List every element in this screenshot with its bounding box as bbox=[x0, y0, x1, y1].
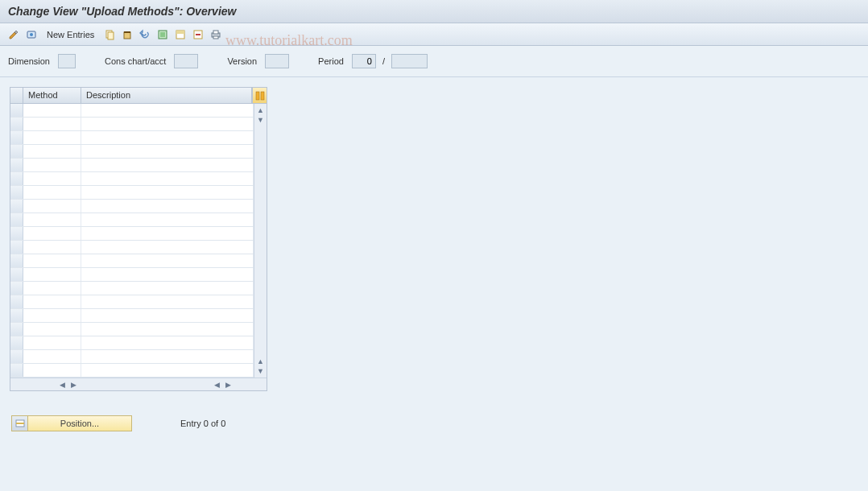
cell-description[interactable] bbox=[81, 336, 254, 349]
cons-chart-input[interactable] bbox=[174, 54, 198, 68]
table-row bbox=[10, 268, 254, 282]
cell-description[interactable] bbox=[81, 213, 254, 226]
undo-icon[interactable] bbox=[138, 27, 152, 42]
table-row bbox=[10, 227, 254, 241]
dimension-input[interactable] bbox=[58, 54, 76, 68]
row-header[interactable] bbox=[10, 350, 23, 363]
column-header-description[interactable]: Description bbox=[81, 88, 252, 103]
scroll-left-icon[interactable]: ◀ bbox=[212, 380, 221, 390]
position-label: Position... bbox=[28, 419, 131, 428]
select-all-icon[interactable] bbox=[155, 27, 170, 42]
cell-description[interactable] bbox=[81, 241, 254, 254]
scroll-right-icon[interactable]: ▶ bbox=[68, 380, 78, 390]
row-header[interactable] bbox=[10, 186, 23, 199]
cell-method[interactable] bbox=[23, 200, 81, 212]
select-block-icon[interactable] bbox=[173, 27, 188, 42]
cell-description[interactable] bbox=[81, 268, 254, 281]
cell-description[interactable] bbox=[81, 309, 254, 322]
row-header[interactable] bbox=[10, 131, 23, 144]
cons-chart-label: Cons chart/acct bbox=[105, 56, 166, 66]
cell-method[interactable] bbox=[23, 172, 81, 185]
position-button[interactable]: Position... bbox=[11, 415, 132, 431]
column-header-method[interactable]: Method bbox=[23, 88, 81, 103]
grid-settings-icon[interactable] bbox=[252, 88, 267, 103]
scroll-up-icon[interactable]: ▲ bbox=[256, 105, 266, 115]
row-header[interactable] bbox=[10, 336, 23, 349]
row-header[interactable] bbox=[10, 172, 23, 185]
delete-icon[interactable] bbox=[120, 27, 134, 42]
grid-corner[interactable] bbox=[10, 88, 23, 103]
cell-method[interactable] bbox=[23, 159, 81, 171]
cell-method[interactable] bbox=[23, 131, 81, 144]
cell-method[interactable] bbox=[23, 364, 81, 377]
row-header[interactable] bbox=[10, 145, 23, 158]
cell-description[interactable] bbox=[81, 172, 254, 185]
scroll-down-icon[interactable]: ▼ bbox=[256, 366, 266, 376]
svg-rect-13 bbox=[213, 31, 218, 34]
row-header[interactable] bbox=[10, 309, 23, 322]
version-input[interactable] bbox=[265, 54, 289, 68]
row-header[interactable] bbox=[10, 364, 23, 377]
row-header[interactable] bbox=[10, 118, 23, 130]
cell-description[interactable] bbox=[81, 104, 254, 117]
row-header[interactable] bbox=[10, 254, 23, 267]
cell-description[interactable] bbox=[81, 200, 254, 212]
cell-method[interactable] bbox=[23, 227, 81, 240]
svg-rect-11 bbox=[196, 34, 200, 35]
cell-method[interactable] bbox=[23, 186, 81, 199]
table-row bbox=[10, 213, 254, 227]
row-header[interactable] bbox=[10, 227, 23, 240]
entry-count: Entry 0 of 0 bbox=[180, 419, 225, 428]
row-header[interactable] bbox=[10, 268, 23, 281]
row-header[interactable] bbox=[10, 159, 23, 171]
print-icon[interactable] bbox=[209, 27, 223, 42]
other-view-icon[interactable] bbox=[24, 27, 39, 42]
cell-method[interactable] bbox=[23, 350, 81, 363]
scroll-up-icon[interactable]: ▲ bbox=[256, 357, 266, 366]
period-input[interactable] bbox=[352, 54, 376, 68]
cell-method[interactable] bbox=[23, 282, 81, 295]
grid-header: Method Description bbox=[10, 88, 267, 104]
cell-description[interactable] bbox=[81, 295, 254, 308]
cell-method[interactable] bbox=[23, 336, 81, 349]
cell-description[interactable] bbox=[81, 282, 254, 295]
horizontal-scrollbar[interactable]: ◀ ▶ ◀ ▶ bbox=[10, 378, 267, 390]
cell-description[interactable] bbox=[81, 227, 254, 240]
cell-description[interactable] bbox=[81, 323, 254, 336]
cell-method[interactable] bbox=[23, 213, 81, 226]
row-header[interactable] bbox=[10, 104, 23, 117]
deselect-all-icon[interactable] bbox=[191, 27, 205, 42]
cell-method[interactable] bbox=[23, 241, 81, 254]
cell-description[interactable] bbox=[81, 364, 254, 377]
copy-icon[interactable] bbox=[102, 27, 117, 42]
new-entries-button[interactable]: New Entries bbox=[42, 28, 99, 41]
cell-method[interactable] bbox=[23, 254, 81, 267]
row-header[interactable] bbox=[10, 241, 23, 254]
cell-description[interactable] bbox=[81, 131, 254, 144]
cell-method[interactable] bbox=[23, 323, 81, 336]
change-icon[interactable] bbox=[6, 27, 21, 42]
cell-description[interactable] bbox=[81, 254, 254, 267]
scroll-left-icon[interactable]: ◀ bbox=[57, 380, 67, 390]
cell-method[interactable] bbox=[23, 118, 81, 130]
scroll-down-icon[interactable]: ▼ bbox=[256, 115, 266, 125]
cell-method[interactable] bbox=[23, 295, 81, 308]
vertical-scrollbar[interactable]: ▲ ▼ ▲ ▼ bbox=[254, 104, 267, 378]
row-header[interactable] bbox=[10, 282, 23, 295]
row-header[interactable] bbox=[10, 200, 23, 212]
cell-description[interactable] bbox=[81, 145, 254, 158]
cell-description[interactable] bbox=[81, 159, 254, 171]
row-header[interactable] bbox=[10, 323, 23, 336]
cell-method[interactable] bbox=[23, 145, 81, 158]
row-header[interactable] bbox=[10, 213, 23, 226]
cell-method[interactable] bbox=[23, 268, 81, 281]
grid: Method Description ▲ ▼ ▲ ▼ bbox=[10, 87, 267, 391]
cell-description[interactable] bbox=[81, 350, 254, 363]
row-header[interactable] bbox=[10, 295, 23, 308]
cell-method[interactable] bbox=[23, 309, 81, 322]
cell-description[interactable] bbox=[81, 186, 254, 199]
cell-method[interactable] bbox=[23, 104, 81, 117]
scroll-right-icon[interactable]: ▶ bbox=[223, 380, 233, 390]
cell-description[interactable] bbox=[81, 118, 254, 130]
year-input[interactable] bbox=[391, 54, 428, 68]
